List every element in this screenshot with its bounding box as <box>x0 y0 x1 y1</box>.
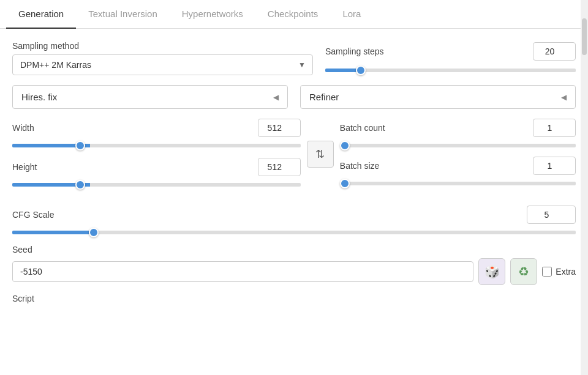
sampling-method-dropdown-wrapper: DPM++ 2M Karras Euler a Euler LMS Heun ▼ <box>12 54 313 75</box>
tab-bar: Generation Textual Inversion Hypernetwor… <box>0 0 588 29</box>
tab-lora[interactable]: Lora <box>330 0 373 29</box>
height-row: Height <box>12 158 301 188</box>
swap-dimensions-button[interactable]: ⇅ <box>307 141 334 168</box>
tab-checkpoints[interactable]: Checkpoints <box>255 0 331 29</box>
sampling-steps-col: Sampling steps <box>325 42 576 74</box>
height-slider[interactable] <box>12 183 301 187</box>
height-label-value-row: Height <box>12 158 301 176</box>
batch-size-input[interactable] <box>533 157 576 175</box>
cfg-scale-input[interactable] <box>527 206 576 224</box>
cfg-scale-label: CFG Scale <box>12 210 54 220</box>
sampling-method-col: Sampling method DPM++ 2M Karras Euler a … <box>12 41 313 75</box>
sampling-method-select[interactable]: DPM++ 2M Karras Euler a Euler LMS Heun <box>12 54 313 75</box>
width-input[interactable] <box>258 119 301 137</box>
refiner-button[interactable]: Refiner ◀ <box>300 85 576 109</box>
width-label-value-row: Width <box>12 119 301 137</box>
batch-size-label: Batch size <box>340 161 380 171</box>
seed-label-row: Seed <box>12 245 576 254</box>
refiner-col: Refiner ◀ <box>300 85 576 109</box>
cfg-scale-slider[interactable] <box>12 231 576 234</box>
batch-count-slider[interactable] <box>340 144 576 147</box>
swap-icon: ⇅ <box>315 147 325 161</box>
sampling-row: Sampling method DPM++ 2M Karras Euler a … <box>12 41 576 75</box>
batch-count-label-value-row: Batch count <box>340 119 576 137</box>
height-input[interactable] <box>258 158 301 176</box>
sampling-method-label: Sampling method <box>12 41 313 51</box>
tab-textual-inversion[interactable]: Textual Inversion <box>76 0 170 29</box>
scrollbar[interactable] <box>581 0 588 375</box>
hires-fix-col: Hires. fix ◀ <box>12 85 288 109</box>
seed-label: Seed <box>12 245 576 254</box>
width-label: Width <box>12 123 34 133</box>
sampling-steps-label: Sampling steps <box>325 46 384 56</box>
extra-checkbox[interactable] <box>542 267 552 277</box>
dice-button[interactable]: 🎲 <box>478 258 505 285</box>
batch-col: Batch count Batch size <box>340 119 576 195</box>
dimensions-col: Width Height <box>12 119 301 197</box>
extra-checkbox-row: Extra <box>542 267 576 277</box>
height-label: Height <box>12 162 37 172</box>
scrollbar-thumb <box>582 18 587 55</box>
script-row: Script <box>12 294 576 303</box>
hires-fix-arrow-icon: ◀ <box>273 93 279 102</box>
batch-size-label-value-row: Batch size <box>340 157 576 175</box>
extra-label: Extra <box>556 267 576 277</box>
recycle-icon: ♻ <box>518 264 529 279</box>
cfg-scale-label-value-row: CFG Scale <box>12 206 576 224</box>
steps-top-row: Sampling steps <box>325 42 576 61</box>
main-container: Generation Textual Inversion Hypernetwor… <box>0 0 588 375</box>
batch-size-row: Batch size <box>340 157 576 187</box>
sampling-steps-slider[interactable] <box>325 69 576 72</box>
dimensions-batch-row: Width Height ⇅ <box>12 119 576 197</box>
width-slider[interactable] <box>12 144 301 147</box>
refiner-arrow-icon: ◀ <box>561 93 567 102</box>
hires-fix-button[interactable]: Hires. fix ◀ <box>12 85 288 109</box>
script-label: Script <box>12 294 34 303</box>
batch-count-label: Batch count <box>340 123 385 133</box>
batch-count-row: Batch count <box>340 119 576 149</box>
swap-col: ⇅ <box>307 119 334 168</box>
sampling-steps-input[interactable] <box>533 42 576 61</box>
batch-count-input[interactable] <box>533 119 576 137</box>
recycle-button[interactable]: ♻ <box>510 258 537 285</box>
hires-refiner-row: Hires. fix ◀ Refiner ◀ <box>12 85 576 109</box>
content-area: Sampling method DPM++ 2M Karras Euler a … <box>0 29 588 316</box>
dice-icon: 🎲 <box>484 264 500 279</box>
seed-row: 🎲 ♻ Extra <box>12 258 576 285</box>
width-row: Width <box>12 119 301 149</box>
batch-size-slider[interactable] <box>340 182 576 185</box>
tab-hypernetworks[interactable]: Hypernetworks <box>170 0 255 29</box>
cfg-scale-section: CFG Scale <box>12 206 576 236</box>
tab-generation[interactable]: Generation <box>6 0 76 29</box>
seed-input[interactable] <box>12 261 473 282</box>
